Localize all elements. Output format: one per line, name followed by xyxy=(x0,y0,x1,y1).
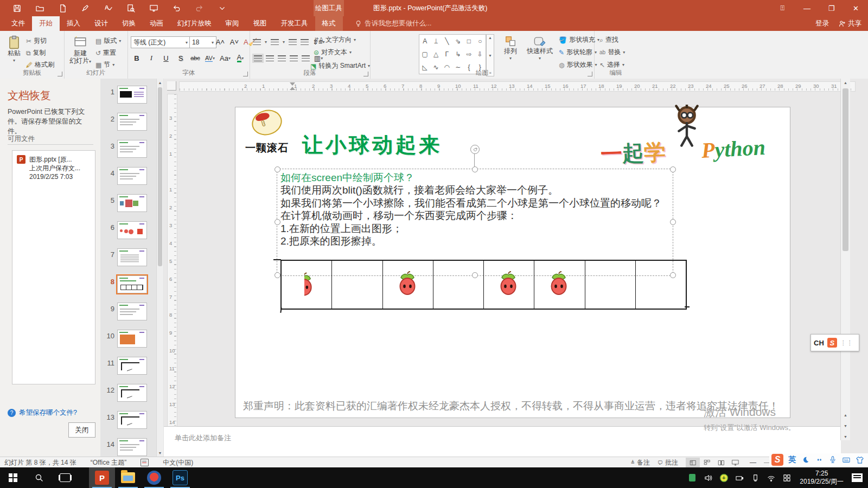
action-center-icon[interactable] xyxy=(852,473,863,482)
selection-handle[interactable] xyxy=(670,219,676,225)
shape-elbow-connector-icon[interactable]: Γ xyxy=(442,48,452,61)
underline-button[interactable]: U xyxy=(161,53,171,63)
tray-wifi-icon[interactable] xyxy=(766,473,776,483)
sogou-skin-icon[interactable] xyxy=(855,456,865,464)
grid-cell[interactable] xyxy=(433,261,483,309)
rotation-handle[interactable] xyxy=(470,145,480,154)
input-mode-toggle[interactable]: 英 xyxy=(787,455,797,465)
tray-usb-device-icon[interactable] xyxy=(750,473,760,483)
change-case-button[interactable]: Aa▾ xyxy=(220,53,231,63)
scroll-up-arrow[interactable]: ▲ xyxy=(157,79,163,86)
shape-rounded-rectangle-icon[interactable]: ▢ xyxy=(419,48,430,61)
scroll-down-arrow[interactable]: ▼ xyxy=(841,433,850,440)
find-button[interactable]: ⌕查找 xyxy=(599,35,618,44)
shape-line-icon[interactable]: ╲ xyxy=(442,35,452,48)
ribbon-display-options-button[interactable]: ⍐ xyxy=(770,0,795,16)
rolling-stone-logo[interactable]: ჱ xyxy=(249,106,285,139)
distribute-button[interactable] xyxy=(302,55,310,61)
sogou-punctuation-icon[interactable] xyxy=(814,456,824,464)
slide-thumbnail-11[interactable] xyxy=(117,357,147,375)
search-button[interactable] xyxy=(26,467,52,488)
spell-check-status-icon[interactable] xyxy=(141,459,149,466)
qat-save-button[interactable] xyxy=(5,1,28,16)
theme-status[interactable]: “Office 主题” xyxy=(91,458,126,467)
slide-thumbnail-1[interactable] xyxy=(117,86,147,104)
align-left-button[interactable] xyxy=(254,55,262,61)
shape-right-arrow-icon[interactable]: ⇨ xyxy=(463,48,474,61)
shape-fill-button[interactable]: 🪣形状填充▾ xyxy=(559,35,599,44)
logo-caption[interactable]: 一颗滚石 xyxy=(245,141,289,155)
grow-font-button[interactable]: A˄ xyxy=(215,36,225,47)
taskbar-app-powerpoint[interactable]: P xyxy=(89,467,115,488)
ball-grid-table[interactable] xyxy=(280,260,687,310)
scroll-down-arrow[interactable]: ▼ xyxy=(157,449,163,457)
tab-transitions[interactable]: 切换 xyxy=(115,16,143,31)
python-banner[interactable]: 一起学 Python xyxy=(597,105,787,178)
which-file-help-link[interactable]: ? 希望保存哪个文件? xyxy=(8,408,77,418)
slide-thumbnail-5[interactable] xyxy=(117,194,147,212)
selection-handle[interactable] xyxy=(275,272,280,278)
quick-styles-button[interactable]: 快速样式▾ xyxy=(523,35,557,62)
sogou-logo-icon[interactable]: S xyxy=(771,454,783,466)
share-button[interactable]: 共享 xyxy=(839,19,861,28)
half-erased-strawberry-image[interactable] xyxy=(304,271,315,297)
shape-effects-button[interactable]: ◍形状效果▾ xyxy=(559,60,597,69)
slide-thumbnail-10[interactable] xyxy=(117,330,147,348)
selection-handle[interactable] xyxy=(275,166,280,172)
sogou-moon-icon[interactable] xyxy=(801,456,810,464)
tab-animations[interactable]: 动画 xyxy=(143,16,170,31)
grid-cell[interactable] xyxy=(483,261,534,309)
main-scrollbar[interactable]: ▲ ▲ ▼ ▼ xyxy=(840,79,850,440)
shape-text-box-icon[interactable]: A xyxy=(419,35,430,48)
minimize-button[interactable]: — xyxy=(795,0,819,16)
shape-down-arrow-icon[interactable]: ⇩ xyxy=(475,48,486,61)
thumbnail-scrollbar[interactable]: ▲ ▼ xyxy=(156,79,163,457)
qat-redo-button[interactable] xyxy=(188,1,210,16)
increase-indent-button[interactable] xyxy=(301,39,309,45)
bold-button[interactable]: B xyxy=(132,53,142,63)
paragraph-dialog-launcher[interactable] xyxy=(363,72,368,76)
shapes-gallery[interactable]: A⟘╲⇘□○▢△Γ↳⇨⇩◺∿◠∼{} xyxy=(419,34,486,74)
next-slide-button[interactable]: ▼ xyxy=(841,422,850,429)
shape-isoceles-triangle-icon[interactable]: △ xyxy=(430,48,441,61)
tab-developer[interactable]: 开发工具 xyxy=(274,16,315,31)
language-mode-label[interactable]: CH xyxy=(814,339,824,347)
italic-button[interactable]: I xyxy=(146,53,156,63)
tab-file[interactable]: 文件 xyxy=(4,16,32,31)
section-button[interactable]: ▦节▾ xyxy=(95,60,114,69)
qat-undo-button[interactable] xyxy=(165,1,188,16)
shape-line-arrow-icon[interactable]: ⇘ xyxy=(452,35,463,48)
start-button[interactable] xyxy=(0,467,26,488)
strawberry-image[interactable] xyxy=(548,270,570,296)
align-text-button[interactable]: ⊜对齐文本▾ xyxy=(314,48,352,57)
sogou-mic-icon[interactable] xyxy=(828,456,838,464)
bullets-button[interactable] xyxy=(253,39,261,45)
shape-rectangle-icon[interactable]: □ xyxy=(463,35,474,48)
scroll-up-arrow[interactable]: ▲ xyxy=(841,79,850,86)
grid-cell[interactable] xyxy=(282,261,331,309)
strawberry-image[interactable] xyxy=(397,270,418,296)
shape-outline-button[interactable]: ✎形状轮廓▾ xyxy=(559,48,597,57)
qat-spell-check-button[interactable] xyxy=(97,1,119,16)
restore-button[interactable]: ❐ xyxy=(819,0,844,16)
tab-review[interactable]: 审阅 xyxy=(219,16,246,31)
slide-thumbnail-6[interactable] xyxy=(117,221,147,239)
slide-number-status[interactable]: 幻灯片 第 8 张，共 14 张 xyxy=(4,458,76,467)
tray-360-safe-icon[interactable]: + xyxy=(719,473,729,483)
grid-cell[interactable] xyxy=(585,261,635,309)
grid-cell[interactable] xyxy=(382,261,433,309)
previous-slide-button[interactable]: ▲ xyxy=(841,411,850,419)
tab-slideshow[interactable]: 幻灯片放映 xyxy=(170,16,219,31)
numbering-button[interactable] xyxy=(271,39,279,45)
slideshow-view-button[interactable] xyxy=(728,458,742,468)
selection-handle[interactable] xyxy=(472,166,478,172)
comments-toggle[interactable]: 🗩批注 xyxy=(658,458,678,467)
normal-view-button[interactable] xyxy=(686,458,700,468)
clock[interactable]: 7:25 2019/2/25/周一 xyxy=(800,470,844,486)
tab-insert[interactable]: 插入 xyxy=(60,16,87,31)
slide-canvas[interactable]: ჱ 一颗滚石 让小球动起来 一起学 Python 如何在screen中绘制两个球… xyxy=(235,107,790,418)
reading-view-button[interactable] xyxy=(714,458,728,468)
slide-thumbnail-7[interactable] xyxy=(117,248,147,266)
slide-thumbnail-13[interactable] xyxy=(117,411,147,429)
taskbar-app-media-app[interactable] xyxy=(141,467,167,488)
